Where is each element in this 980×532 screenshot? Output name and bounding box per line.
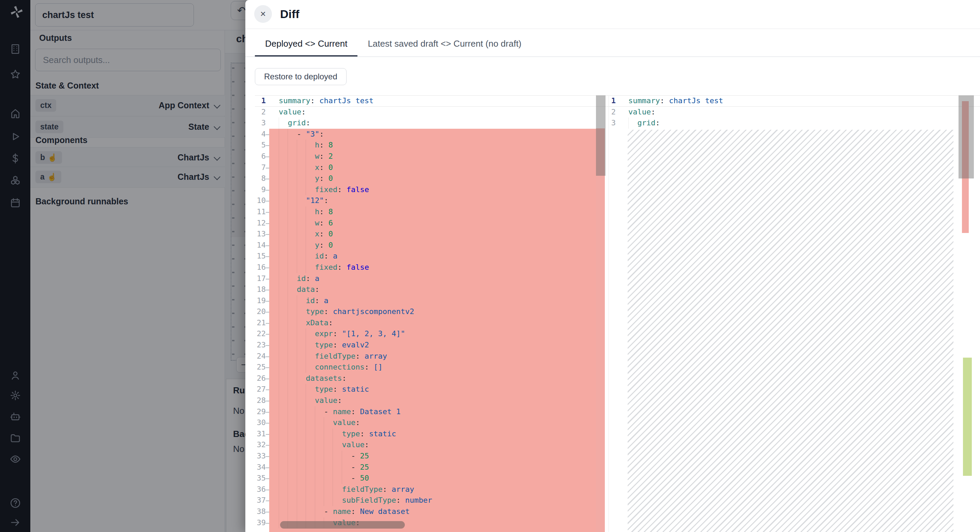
code-line: 17– id: a — [255, 273, 609, 284]
code-line: 28– value: — [255, 395, 609, 407]
diff-modal: × Diff Deployed <> CurrentLatest saved d… — [245, 0, 980, 532]
line-number-gutter: 12– — [255, 218, 269, 229]
code-line: 11– h: 8 — [255, 206, 609, 218]
overview-ruler-deleted — [596, 129, 605, 532]
line-number-gutter: 27– — [255, 384, 269, 395]
line-number-gutter: 24– — [255, 351, 269, 362]
code-line: 12– w: 6 — [255, 218, 609, 229]
code-line: 34– - 25 — [255, 462, 609, 473]
diff-editor: 1summary: chartJs test2value:3 grid:4– -… — [255, 95, 980, 532]
code-line: 15– id: a — [255, 251, 609, 262]
code-line: 2value: — [609, 106, 980, 118]
line-number-gutter: 38– — [255, 506, 269, 517]
code-line: 24– fieldType: array — [255, 351, 609, 362]
code-line: 3 grid: — [609, 118, 980, 129]
line-number-gutter: 37– — [255, 495, 269, 506]
line-number-gutter: 17– — [255, 273, 269, 284]
line-number-gutter: 19– — [255, 295, 269, 306]
code-line: 6– w: 2 — [255, 151, 609, 162]
line-number-gutter: 29– — [255, 407, 269, 418]
code-line: 3 grid: — [255, 118, 609, 129]
tab-draft-current[interactable]: Latest saved draft <> Current (no draft) — [358, 38, 531, 57]
code-line: 36– fieldType: array — [255, 484, 609, 495]
line-number-gutter: 5– — [255, 140, 269, 151]
line-number-gutter: 36– — [255, 484, 269, 495]
code-line: 14– y: 0 — [255, 240, 609, 251]
code-line: 25– connections: [] — [255, 362, 609, 373]
code-line: 18– data: — [255, 284, 609, 295]
code-line: 31– type: static — [255, 429, 609, 440]
code-line: 16– fixed: false — [255, 262, 609, 273]
line-number-gutter: 18– — [255, 284, 269, 295]
code-line: 29– - name: Dataset 1 — [255, 407, 609, 418]
line-number-gutter: 4– — [255, 129, 269, 140]
line-number-gutter: 8– — [255, 173, 269, 184]
removed-lines-placeholder — [628, 130, 953, 532]
line-number-gutter: 13– — [255, 229, 269, 240]
line-number-gutter: 35– — [255, 473, 269, 484]
code-line: 22– expr: "[1, 2, 3, 4]" — [255, 328, 609, 340]
line-number-gutter: 39– — [255, 517, 269, 529]
line-number-gutter: 21– — [255, 318, 269, 329]
line-number-gutter: 31– — [255, 429, 269, 440]
close-icon[interactable]: × — [254, 5, 272, 23]
line-number-gutter: 16– — [255, 262, 269, 273]
line-number-gutter: 1 — [609, 95, 616, 106]
line-number-gutter: 14– — [255, 240, 269, 251]
code-line: 2value: — [255, 106, 609, 118]
code-line: 13– x: 0 — [255, 229, 609, 240]
restore-to-deployed-button[interactable]: Restore to deployed — [255, 68, 347, 85]
line-number-gutter: 30– — [255, 417, 269, 429]
code-line: 8– y: 0 — [255, 173, 609, 184]
line-number-gutter: 34– — [255, 462, 269, 473]
code-line: 30– value: — [255, 417, 609, 429]
code-line: 27– type: static — [255, 384, 609, 395]
line-number-gutter: 15– — [255, 251, 269, 262]
code-line: 1summary: chartJs test — [609, 95, 980, 106]
right-scrollbar-thumb[interactable] — [959, 95, 974, 178]
code-line: 5– h: 8 — [255, 140, 609, 151]
code-line: 4– - "3": — [255, 129, 609, 140]
diff-tabs: Deployed <> CurrentLatest saved draft <>… — [245, 29, 980, 57]
line-number-gutter: 2 — [255, 106, 269, 118]
code-line: 26– datasets: — [255, 373, 609, 384]
code-line: 38– - name: New dataset — [255, 506, 609, 517]
line-number-gutter: 20– — [255, 306, 269, 318]
code-line: 35– - 50 — [255, 473, 609, 484]
line-number-gutter: 23– — [255, 340, 269, 351]
line-number-gutter: 2 — [609, 106, 616, 118]
code-line: 33– - 25 — [255, 451, 609, 462]
line-number-gutter: 10– — [255, 195, 269, 206]
line-number-gutter: 1 — [255, 95, 269, 106]
line-number-gutter: 28– — [255, 395, 269, 407]
code-line: 10– "12": — [255, 195, 609, 206]
tab-deployed-current[interactable]: Deployed <> Current — [255, 38, 358, 57]
code-line: 21– xData: — [255, 318, 609, 329]
line-number-gutter: 6– — [255, 151, 269, 162]
code-line: 20– type: chartjscomponentv2 — [255, 306, 609, 318]
modal-title: Diff — [280, 8, 299, 21]
line-number-gutter: 33– — [255, 451, 269, 462]
code-line: 7– x: 0 — [255, 162, 609, 173]
code-line: 23– type: evalv2 — [255, 340, 609, 351]
line-number-gutter: 32– — [255, 439, 269, 451]
diff-pane-current: 1summary: chartJs test2value:3 grid: — [609, 95, 980, 532]
overview-ruler-added — [963, 357, 972, 476]
line-number-gutter: 3 — [609, 118, 616, 129]
line-number-gutter: 26– — [255, 373, 269, 384]
diff-pane-deployed: 1summary: chartJs test2value:3 grid:4– -… — [255, 95, 609, 532]
line-number-gutter: 11– — [255, 206, 269, 218]
line-number-gutter: 25– — [255, 362, 269, 373]
left-scrollbar-thumb[interactable] — [596, 95, 606, 176]
code-line: 9– fixed: false — [255, 184, 609, 195]
code-line: 1summary: chartJs test — [255, 95, 609, 106]
line-number-gutter: 22– — [255, 328, 269, 340]
code-line: 37– subFieldType: number — [255, 495, 609, 506]
line-number-gutter: 9– — [255, 184, 269, 195]
left-horizontal-scrollbar[interactable] — [280, 521, 405, 529]
code-line: 32– value: — [255, 439, 609, 451]
code-line: 19– id: a — [255, 295, 609, 306]
line-number-gutter: 3 — [255, 118, 269, 129]
line-number-gutter: 7– — [255, 162, 269, 173]
